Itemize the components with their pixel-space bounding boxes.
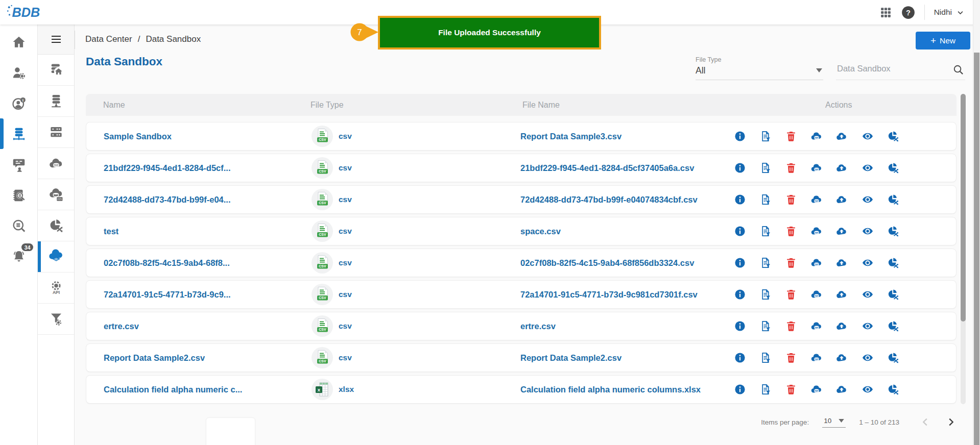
sidebar-item-cloud-layers[interactable] [38, 241, 74, 273]
cloud-database-action-icon[interactable] [810, 225, 823, 237]
delete-action-icon[interactable] [785, 225, 797, 237]
sandbox-name-link[interactable]: test [104, 217, 118, 245]
cloud-database-action-icon[interactable] [810, 383, 823, 395]
delete-action-icon[interactable] [785, 130, 797, 142]
info-action-icon[interactable] [734, 225, 746, 237]
menu-toggle-button[interactable] [38, 24, 74, 55]
sidebar-item-funnel-gear[interactable] [38, 304, 74, 335]
preview-action-icon[interactable] [862, 288, 874, 301]
upload-action-icon[interactable] [835, 193, 848, 206]
sidebar-item-database-stack[interactable] [38, 86, 74, 117]
sidebar-item-gear-api[interactable]: API [38, 273, 74, 304]
filter-document-action-icon[interactable] [759, 225, 772, 237]
data-preparation-action-icon[interactable] [887, 162, 899, 174]
items-per-page-select[interactable]: 10 [822, 417, 846, 428]
delete-action-icon[interactable] [785, 320, 797, 332]
upload-action-icon[interactable] [835, 130, 848, 142]
filter-document-action-icon[interactable] [759, 193, 772, 206]
info-action-icon[interactable] [734, 162, 746, 174]
sidebar-item-user-info[interactable]: i [0, 88, 37, 119]
sidebar-item-data-preparation[interactable] [38, 210, 74, 241]
search-icon[interactable] [952, 64, 964, 76]
sandbox-name-link[interactable]: Report Data Sample2.csv [104, 344, 205, 372]
sandbox-name-link[interactable]: Sample Sandbox [104, 122, 172, 150]
upload-action-icon[interactable] [835, 288, 848, 301]
preview-action-icon[interactable] [862, 225, 874, 237]
data-preparation-action-icon[interactable] [887, 288, 899, 301]
info-action-icon[interactable] [734, 130, 746, 142]
data-preparation-action-icon[interactable] [887, 193, 899, 206]
sandbox-name-link[interactable]: 21bdf229-f945-4ed1-8284-d5cf... [104, 154, 231, 182]
filter-document-action-icon[interactable] [759, 320, 772, 332]
info-action-icon[interactable] [734, 193, 746, 206]
sidebar-item-chat-person[interactable] [0, 150, 37, 180]
sandbox-name-link[interactable]: ertre.csv [104, 312, 139, 340]
info-action-icon[interactable] [734, 288, 746, 301]
data-preparation-action-icon[interactable] [887, 257, 899, 269]
file-name-link[interactable]: 21bdf229-f945-4ed1-8284-d5cf37405a6a.csv [520, 154, 694, 182]
search-input[interactable] [836, 63, 948, 74]
file-name-link[interactable]: Report Data Sample2.csv [520, 344, 622, 372]
filter-document-action-icon[interactable] [759, 130, 772, 142]
user-menu[interactable]: Nidhi [934, 8, 964, 17]
sandbox-name-link[interactable]: 02c7f08b-82f5-4c15-9ab4-68f8... [104, 249, 230, 277]
file-name-link[interactable]: ertre.csv [520, 312, 556, 340]
sidebar-item-cloud-database-code[interactable]: </> [38, 179, 74, 210]
breadcrumb-data-center[interactable]: Data Center [85, 34, 132, 44]
upload-action-icon[interactable] [835, 320, 848, 332]
sandbox-name-link[interactable]: 72d42488-dd73-47bd-b99f-e04... [104, 186, 231, 213]
table-scrollbar-thumb[interactable] [961, 94, 966, 322]
cloud-database-action-icon[interactable] [810, 193, 823, 206]
new-button[interactable]: + New [916, 32, 970, 50]
bdb-logo-icon[interactable]: BDB [6, 3, 56, 21]
filter-document-action-icon[interactable] [759, 162, 772, 174]
delete-action-icon[interactable] [785, 352, 797, 364]
sidebar-item-search-database[interactable] [0, 211, 37, 241]
info-action-icon[interactable] [734, 383, 746, 395]
file-name-link[interactable]: 72a14701-91c5-4771-b73d-9c981cd7301f.csv [520, 281, 698, 308]
page-scrollbar-thumb[interactable] [974, 53, 979, 445]
next-page-button[interactable] [945, 416, 957, 428]
delete-action-icon[interactable] [785, 257, 797, 269]
previous-page-button[interactable] [920, 416, 931, 428]
upload-action-icon[interactable] [835, 257, 848, 269]
cloud-database-action-icon[interactable] [810, 352, 823, 364]
cloud-database-action-icon[interactable] [810, 162, 823, 174]
preview-action-icon[interactable] [862, 352, 874, 364]
table-scrollbar[interactable] [961, 94, 966, 404]
delete-action-icon[interactable] [785, 383, 797, 395]
help-icon[interactable]: ? [901, 6, 915, 19]
upload-action-icon[interactable] [835, 352, 848, 364]
cloud-database-action-icon[interactable] [810, 320, 823, 332]
data-preparation-action-icon[interactable] [887, 383, 899, 395]
data-preparation-action-icon[interactable] [887, 320, 899, 332]
sidebar-item-home[interactable] [0, 27, 37, 58]
info-action-icon[interactable] [734, 320, 746, 332]
sidebar-item-book-search[interactable] [0, 180, 37, 211]
preview-action-icon[interactable] [862, 130, 874, 142]
file-name-link[interactable]: 72d42488-dd73-47bd-b99f-e04074834cbf.csv [520, 186, 698, 213]
preview-action-icon[interactable] [862, 320, 874, 332]
info-action-icon[interactable] [734, 257, 746, 269]
file-name-link[interactable]: space.csv [520, 217, 561, 245]
preview-action-icon[interactable] [862, 383, 874, 395]
preview-action-icon[interactable] [862, 257, 874, 269]
sidebar-item-database-network[interactable] [0, 119, 37, 150]
delete-action-icon[interactable] [785, 162, 797, 174]
upload-action-icon[interactable] [835, 225, 848, 237]
sidebar-item-cloud-database[interactable] [38, 148, 74, 179]
delete-action-icon[interactable] [785, 288, 797, 301]
data-preparation-action-icon[interactable] [887, 352, 899, 364]
delete-action-icon[interactable] [785, 193, 797, 206]
upload-action-icon[interactable] [835, 162, 848, 174]
apps-grid-icon[interactable] [879, 6, 892, 19]
sidebar-item-database-home[interactable] [38, 55, 74, 86]
filter-document-action-icon[interactable] [759, 352, 772, 364]
preview-action-icon[interactable] [862, 162, 874, 174]
preview-action-icon[interactable] [862, 193, 874, 206]
sidebar-item-server-rack[interactable] [38, 117, 74, 148]
filter-document-action-icon[interactable] [759, 257, 772, 269]
sidebar-item-user-gear[interactable] [0, 58, 37, 88]
file-type-select[interactable]: File Type All [696, 56, 823, 80]
cloud-database-action-icon[interactable] [810, 288, 823, 301]
